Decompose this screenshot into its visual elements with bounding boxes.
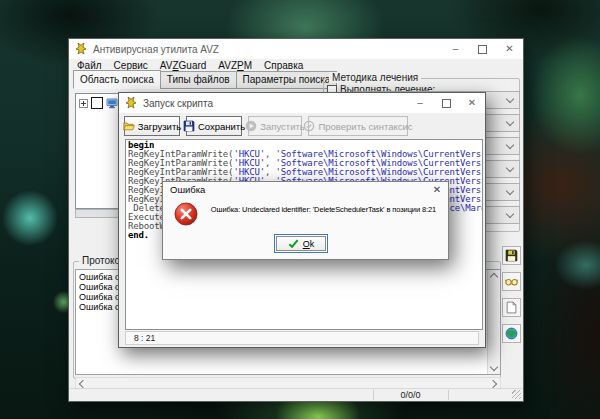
run-button[interactable]: Запустить <box>248 116 302 136</box>
load-button[interactable]: Загрузить <box>124 116 180 136</box>
new-document-button[interactable] <box>502 298 521 317</box>
computer-icon <box>106 98 118 109</box>
minimize-button[interactable]: – <box>407 93 433 113</box>
close-button[interactable]: ✕ <box>459 93 485 113</box>
main-window-titlebar[interactable]: Антивирусная утилита AVZ – ✕ <box>69 39 523 59</box>
protocol-vertical-scrollbar[interactable] <box>487 270 500 374</box>
chevron-down-icon <box>506 141 514 149</box>
chevron-down-icon <box>506 95 514 103</box>
new-document-icon <box>505 301 518 314</box>
button-label: Сохранить <box>198 121 245 132</box>
minimize-button[interactable]: – <box>442 39 469 59</box>
script-toolbar: ЗагрузитьСохранитьЗапуститьПроверить син… <box>119 113 485 138</box>
treatment-group-label: Методика лечения <box>329 72 421 83</box>
scroll-down-icon[interactable] <box>490 363 498 371</box>
close-button[interactable]: ✕ <box>496 39 523 59</box>
error-dialog: Ошибка ✕ Ошибка: Undeclared identifier: … <box>162 181 449 260</box>
ok-button-label: Ok <box>303 239 315 249</box>
button-label: Загрузить <box>138 121 181 132</box>
error-dialog-titlebar[interactable]: Ошибка ✕ <box>163 182 448 197</box>
ok-button-inner: Ok <box>276 236 326 251</box>
avz-app-icon <box>125 97 137 109</box>
error-message: Ошибка: Undeclared identifier: 'DeleteSc… <box>203 205 444 214</box>
maximize-icon <box>442 99 451 108</box>
chevron-down-icon <box>506 118 514 126</box>
web-globe-button[interactable] <box>502 324 521 343</box>
play-icon <box>245 120 257 132</box>
tab-file-types[interactable]: Типы файлов <box>160 71 237 89</box>
scroll-right-icon[interactable] <box>489 380 497 388</box>
status-counters: 0/0/0 <box>373 389 448 401</box>
chevron-down-icon <box>506 187 514 195</box>
scroll-left-icon[interactable] <box>79 380 87 388</box>
main-window-title: Антивирусная утилита AVZ <box>93 44 219 55</box>
maximize-button[interactable] <box>433 93 459 113</box>
main-window-controls: – ✕ <box>442 39 523 59</box>
script-window-title: Запуск скрипта <box>143 98 213 109</box>
side-icon-toolbar <box>502 246 521 343</box>
button-label: Запустить <box>260 121 305 132</box>
save-protocol-icon <box>505 249 518 262</box>
tab-search-area[interactable]: Область поиска <box>73 70 161 89</box>
save-protocol-button[interactable] <box>502 246 521 265</box>
chevron-down-icon <box>506 210 514 218</box>
checkmark-icon <box>288 238 299 249</box>
desktop: Антивирусная утилита AVZ – ✕ ФайлСервисA… <box>0 0 600 419</box>
syntax-check-icon <box>303 120 315 132</box>
script-window-controls: – ✕ <box>407 93 485 113</box>
resize-grip[interactable] <box>512 390 521 399</box>
chevron-down-icon <box>506 164 514 172</box>
tree-node-checkbox[interactable] <box>91 97 103 109</box>
avz-app-icon <box>75 43 87 55</box>
ok-button[interactable]: Ok <box>274 234 328 253</box>
save-button[interactable]: Сохранить <box>186 116 242 136</box>
close-button[interactable]: ✕ <box>429 182 445 197</box>
script-window-titlebar[interactable]: Запуск скрипта – ✕ <box>119 93 485 113</box>
status-separator <box>448 390 449 400</box>
button-label: Проверить синтаксис <box>318 121 412 132</box>
script-caret-position: 8 : 21 <box>125 331 479 345</box>
error-dialog-title: Ошибка <box>170 184 205 195</box>
view-glasses-button[interactable] <box>502 272 521 291</box>
scroll-up-icon[interactable] <box>490 273 498 281</box>
web-globe-icon <box>505 327 518 340</box>
open-folder-icon <box>123 120 135 132</box>
save-file-icon <box>183 120 195 132</box>
error-icon <box>174 202 198 226</box>
maximize-icon <box>478 45 487 54</box>
check-syntax-button[interactable]: Проверить синтаксис <box>308 116 408 136</box>
maximize-button[interactable] <box>469 39 496 59</box>
tree-expand-icon[interactable] <box>79 99 88 108</box>
main-status-bar: 0/0/0 <box>69 388 523 401</box>
view-glasses-icon <box>505 275 518 288</box>
tab-bar: Область поискаТипы файловПараметры поиск… <box>73 72 336 89</box>
